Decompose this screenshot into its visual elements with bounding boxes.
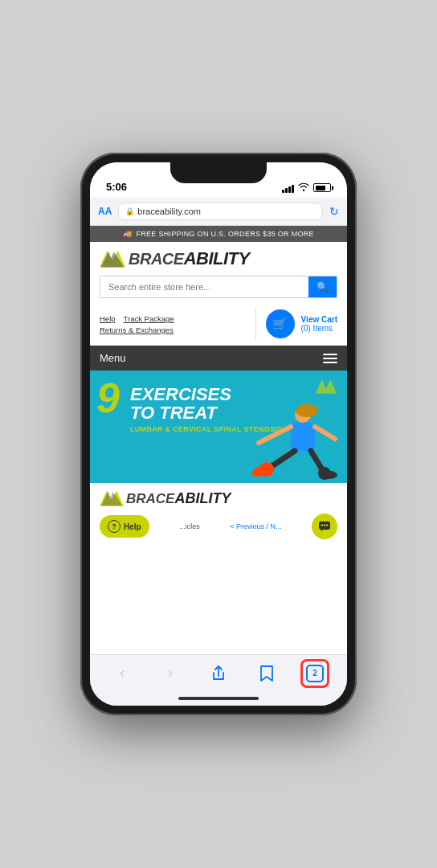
home-bar xyxy=(178,697,259,700)
forward-icon: › xyxy=(168,665,173,682)
prev-next-nav[interactable]: < Previous / N... xyxy=(230,522,281,530)
svg-line-6 xyxy=(315,427,335,439)
cart-icon-circle: 🛒 xyxy=(266,309,295,338)
svg-marker-17 xyxy=(321,530,322,531)
nav-cart-row: Help Track Package Returns & Exchanges 🛒… xyxy=(90,303,347,346)
bottom-float-row: ? Help ...icles < Previous / N... xyxy=(90,510,347,542)
svg-line-7 xyxy=(271,451,295,467)
lock-icon: 🔒 xyxy=(125,207,134,215)
browser-aa-button[interactable]: AA xyxy=(98,206,112,217)
chat-icon xyxy=(318,521,331,532)
hero-title-line1: EXERCISES xyxy=(130,385,282,403)
cart-text: View Cart (0) Items xyxy=(301,315,337,333)
track-link[interactable]: Track Package xyxy=(124,314,174,323)
help-circle-icon: ? xyxy=(108,520,120,533)
search-button[interactable]: 🔍 xyxy=(308,276,337,297)
svg-rect-4 xyxy=(291,423,315,451)
nav-divider xyxy=(255,308,256,340)
bottom-logo-brace: BRACE xyxy=(126,491,174,506)
safari-bottom-bar: ‹ › 2 xyxy=(90,654,347,691)
svg-marker-2 xyxy=(316,379,337,393)
svg-point-12 xyxy=(321,471,337,479)
svg-point-18 xyxy=(321,524,323,526)
logo-brace: BRACE xyxy=(129,250,184,268)
returns-link[interactable]: Returns & Exchanges xyxy=(100,326,246,334)
search-input[interactable] xyxy=(100,276,308,297)
bottom-logo-ability: ABILITY xyxy=(174,490,231,506)
menu-bar[interactable]: Menu xyxy=(90,346,347,371)
tabs-button[interactable]: 2 xyxy=(300,659,329,688)
tabs-count: 2 xyxy=(312,669,317,678)
status-icons xyxy=(282,182,331,193)
cart-label: View Cart xyxy=(301,315,337,324)
url-text: braceability.com xyxy=(137,207,201,216)
help-float-label: Help xyxy=(124,522,141,531)
hamburger-icon[interactable] xyxy=(323,354,337,363)
svg-point-19 xyxy=(324,524,325,526)
share-button[interactable] xyxy=(204,659,233,688)
hero-person-figure xyxy=(235,403,339,483)
back-button[interactable]: ‹ xyxy=(108,659,137,688)
svg-point-20 xyxy=(326,524,328,526)
logo-row: BRACEABILITY xyxy=(100,248,337,269)
articles-text: ...icles xyxy=(179,522,200,530)
browser-bar: AA 🔒 braceability.com ↻ xyxy=(90,198,347,226)
tabs-button-border: 2 xyxy=(300,659,329,688)
logo-wrapper[interactable]: BRACEABILITY xyxy=(100,248,250,269)
wifi-icon xyxy=(298,182,309,193)
shipping-banner: 🚚 FREE SHIPPING ON U.S. ORDERS $35 OR MO… xyxy=(90,226,347,242)
battery-icon xyxy=(313,183,331,192)
signal-bars-icon xyxy=(282,183,294,193)
notch xyxy=(170,162,267,183)
home-indicator xyxy=(90,691,347,706)
svg-point-13 xyxy=(296,404,318,417)
logo-ability: ABILITY xyxy=(184,248,250,268)
search-row: 🔍 xyxy=(100,276,337,298)
tabs-inner: 2 xyxy=(306,665,324,682)
shipping-text: FREE SHIPPING ON U.S. ORDERS $35 OR MORE xyxy=(136,230,314,238)
status-time: 5:06 xyxy=(106,181,127,193)
svg-line-5 xyxy=(259,427,291,443)
bottom-logo-icon xyxy=(100,489,124,507)
chat-button[interactable] xyxy=(312,514,337,539)
menu-label: Menu xyxy=(100,352,126,364)
phone-shell: 5:06 xyxy=(80,153,357,715)
bookmarks-button[interactable] xyxy=(252,659,281,688)
help-float-button[interactable]: ? Help xyxy=(100,515,149,538)
help-link[interactable]: Help xyxy=(100,314,116,323)
hero-number: 9 xyxy=(96,377,120,419)
search-icon: 🔍 xyxy=(317,281,329,293)
logo-icon xyxy=(100,249,125,268)
cart-count: (0) Items xyxy=(301,324,333,333)
hero-logo-corner xyxy=(315,379,337,396)
phone-screen: 5:06 xyxy=(90,162,347,706)
truck-icon: 🚚 xyxy=(123,230,132,238)
url-bar[interactable]: 🔒 braceability.com xyxy=(118,203,323,220)
site-header: BRACEABILITY 🔍 xyxy=(90,242,347,303)
cart-icon: 🛒 xyxy=(272,317,288,331)
page-content: 🚚 FREE SHIPPING ON U.S. ORDERS $35 OR MO… xyxy=(90,226,347,654)
hero-banner[interactable]: 9 EXERCISES TO TREAT LUMBAR & CERVICAL S… xyxy=(90,371,347,483)
nav-links: Help Track Package Returns & Exchanges xyxy=(100,314,246,334)
back-icon: ‹ xyxy=(120,665,125,682)
forward-button[interactable]: › xyxy=(156,659,185,688)
share-icon xyxy=(211,665,226,682)
bottom-logo-area: BRACEABILITY xyxy=(90,483,347,510)
bookmarks-icon xyxy=(259,665,274,682)
refresh-button[interactable]: ↻ xyxy=(329,205,339,218)
cart-area[interactable]: 🛒 View Cart (0) Items xyxy=(266,309,337,338)
